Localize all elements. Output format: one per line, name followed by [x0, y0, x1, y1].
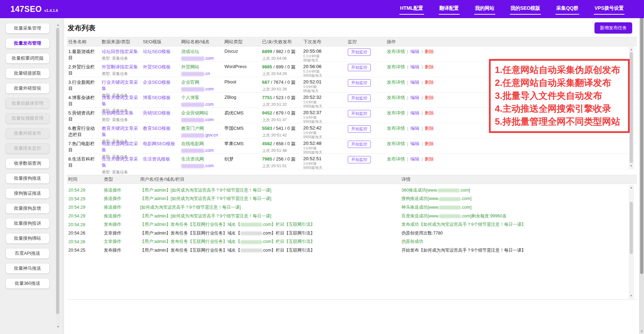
delete-link[interactable]: 删除 — [425, 126, 434, 131]
publish-detail-link[interactable]: 发布详情 — [387, 80, 405, 85]
edit-link[interactable]: 编辑 — [410, 110, 419, 116]
publish-detail-link[interactable]: 发布详情 — [387, 141, 405, 146]
top-nav-item[interactable]: 我的网站 — [474, 4, 495, 15]
sidebar-item[interactable]: 批量发布管理 — [6, 38, 49, 49]
start-monitor-button[interactable]: 开始监控 — [348, 125, 371, 133]
source-link[interactable]: 教育关键词文章采集 — [102, 125, 140, 138]
publish-detail-link[interactable]: 发布详情 — [387, 95, 405, 100]
scroll-down-icon[interactable]: ▼ — [56, 325, 60, 329]
sidebar-item[interactable]: 百度API推送 — [6, 248, 49, 259]
page-scrollbar-thumb[interactable] — [640, 5, 643, 274]
task-scrollbar-thumb[interactable] — [630, 52, 633, 163]
edit-link[interactable]: 编辑 — [410, 141, 419, 146]
sidebar-item[interactable]: 批量权重词挖掘 — [6, 53, 49, 64]
start-monitor-button[interactable]: 开始监控 — [348, 79, 371, 87]
start-monitor-button[interactable]: 开始监控 — [348, 49, 371, 56]
blurred-domain — [439, 214, 461, 218]
add-publish-task-button[interactable]: 新增发布任务 — [595, 22, 632, 34]
edit-link[interactable]: 编辑 — [410, 95, 419, 100]
action-separator: | — [419, 95, 424, 100]
sidebar-item[interactable]: 批量搜狗绑站 — [6, 233, 49, 244]
source-link[interactable]: 生活关键词文章采集 — [102, 156, 140, 169]
failed-count: 0 篇 — [287, 95, 296, 100]
source-link[interactable]: 博客关键词文章采集 — [102, 95, 140, 107]
sidebar-item[interactable]: 批量搜狗反馈 — [6, 203, 49, 214]
sidebar-item[interactable]: 收录数据查询 — [6, 158, 49, 169]
sidebar-scrollbar-thumb[interactable] — [56, 28, 59, 314]
delete-link[interactable]: 删除 — [425, 64, 434, 69]
publish-detail-link[interactable]: 发布详情 — [387, 49, 405, 54]
source-link[interactable]: 营销网指定采集 — [102, 110, 140, 116]
log-table-scrollbar[interactable]: ▲ ▼ — [629, 185, 634, 298]
publish-detail-link[interactable]: 发布详情 — [387, 64, 405, 69]
scroll-up-icon[interactable]: ▲ — [629, 47, 633, 52]
source-link[interactable]: 外贸翻译指定采集 — [102, 64, 140, 70]
edit-link[interactable]: 编辑 — [410, 64, 419, 69]
top-nav-item[interactable]: 采集QQ群 — [555, 4, 579, 15]
seo-template-link[interactable]: 博客SEO模板 — [143, 95, 178, 101]
seo-template-link[interactable]: 论坛SEO模板 — [143, 49, 178, 55]
col-header-seo-template: SEO模版 — [141, 39, 180, 45]
sidebar-item[interactable]: 批量链接抓取 — [6, 68, 49, 79]
failed-count: 0 篇 — [287, 110, 296, 116]
sidebar-item[interactable]: 批量神马推送 — [6, 263, 49, 274]
source-link[interactable]: 论坛回答指定采集 — [102, 49, 140, 55]
scroll-down-icon[interactable]: ▼ — [629, 164, 633, 168]
sidebar-item[interactable]: 批量外链留痕 — [6, 83, 49, 94]
scroll-down-icon[interactable]: ▼ — [640, 329, 644, 334]
source-link[interactable]: 行业关键词文章采集 — [102, 79, 140, 92]
sidebar-item[interactable]: 批量搜狗投诉 — [6, 218, 49, 229]
seo-template-link[interactable]: 教育SEO模板 — [143, 125, 178, 132]
delete-link[interactable]: 删除 — [425, 49, 434, 54]
published-count: 687 — [262, 80, 270, 85]
seo-template-link[interactable]: 外贸SEO模板 — [143, 64, 178, 70]
sidebar-scrollbar[interactable]: ▲ ▼ — [56, 23, 60, 329]
edit-link[interactable]: 编辑 — [410, 156, 419, 162]
scroll-down-icon[interactable]: ▼ — [629, 294, 633, 298]
count-sep: / — [285, 49, 286, 54]
last-publish-time: 上次:20:51:28 — [262, 87, 300, 92]
top-nav-item[interactable]: VPS拨号设置 — [594, 4, 624, 15]
delete-link[interactable]: 删除 — [425, 156, 434, 162]
delete-link[interactable]: 删除 — [425, 95, 434, 100]
top-nav-item[interactable]: HTML配置 — [399, 4, 424, 15]
log-detail: 百度推送成功[www..com]剩余额度:99960条 — [400, 213, 637, 219]
delete-link[interactable]: 删除 — [425, 141, 434, 146]
start-monitor-button[interactable]: 开始监控 — [348, 64, 371, 71]
next-publish-cell: 20:52:42 1分钟/篇 9999篇/每天 — [302, 125, 346, 139]
delete-link[interactable]: 删除 — [425, 80, 434, 85]
site-name: 企业营销网站 — [181, 110, 222, 116]
sidebar-item[interactable]: 批量外链发布 — [6, 128, 49, 139]
start-monitor-button[interactable]: 开始监控 — [348, 156, 371, 163]
scroll-up-icon[interactable]: ▲ — [629, 186, 633, 190]
top-nav-item[interactable]: 翻译配置 — [439, 4, 460, 15]
start-monitor-button[interactable]: 开始监控 — [348, 141, 371, 148]
edit-link[interactable]: 编辑 — [410, 80, 419, 85]
delete-link[interactable]: 删除 — [425, 110, 434, 116]
start-monitor-button[interactable]: 开始监控 — [348, 95, 371, 102]
sidebar-item[interactable]: 批量360推送 — [6, 278, 49, 289]
log-scrollbar-thumb[interactable] — [630, 202, 633, 254]
publish-detail-link[interactable]: 发布详情 — [387, 126, 405, 131]
start-monitor-button[interactable]: 开始监控 — [348, 110, 371, 117]
sidebar-item[interactable]: 搜狗验证推送 — [6, 188, 49, 199]
seo-template-link[interactable]: 电影网SEO模板 — [143, 141, 178, 147]
publish-detail-link[interactable]: 发布详情 — [387, 110, 405, 116]
sidebar-item[interactable]: 批量短视频管理 — [6, 113, 49, 124]
log-time: 20:54:29 — [67, 214, 102, 218]
sidebar-item[interactable]: 批量采集管理 — [6, 23, 49, 34]
scroll-up-icon[interactable]: ▲ — [56, 23, 60, 27]
edit-link[interactable]: 编辑 — [410, 126, 419, 131]
edit-link[interactable]: 编辑 — [410, 49, 419, 54]
sidebar-item[interactable]: 批量搜狗推送 — [6, 173, 49, 184]
seo-template-link[interactable]: 营销SEO模板 — [143, 110, 178, 116]
seo-template-link[interactable]: 生活资讯模板 — [143, 156, 178, 162]
seo-template-link[interactable]: 企业SEO模板 — [143, 79, 178, 86]
sidebar-item[interactable]: 批量自媒体管理 — [6, 98, 49, 109]
page-scrollbar[interactable]: ▲ ▼ — [639, 0, 644, 334]
publish-detail-link[interactable]: 发布详情 — [387, 156, 405, 162]
top-nav-item[interactable]: 我的SEO模版 — [510, 4, 541, 15]
source-link[interactable]: 电影资源网指定采集 — [102, 141, 140, 153]
sidebar-item[interactable]: 批量排名监控 — [6, 143, 49, 154]
publish-daily-limit: 98篇/每天 — [303, 58, 345, 62]
